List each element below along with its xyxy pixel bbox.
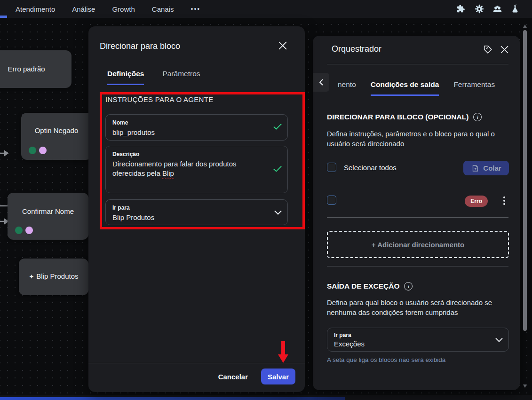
misspelled-word: Blip [162, 169, 174, 177]
field-value: Direcionamento para falar dos produtos o… [112, 159, 281, 178]
vertical-scrollbar[interactable] [523, 21, 527, 397]
excecao-ir-para-dropdown[interactable]: Ir para Exceções [327, 328, 509, 352]
block-ports [15, 227, 33, 234]
condition-row: Erro [327, 196, 509, 205]
select-all-row: Selecionar todos Colar [327, 163, 509, 172]
ir-para-dropdown[interactable]: Ir para Blip Produtos [105, 199, 288, 225]
excecao-note: A seta que liga os blocos não será exibi… [327, 356, 509, 363]
edge-arrow-optin [0, 149, 9, 157]
nav-item-growth[interactable]: Growth [112, 5, 135, 13]
descricao-field[interactable]: Descrição Direcionamento para falar dos … [105, 146, 288, 193]
nome-field[interactable]: Nome blip_produtos [105, 114, 288, 141]
panel-title: Orquestrador [332, 44, 381, 54]
modal-tabs: Definições Parâmetros [107, 70, 200, 85]
error-badge: Erro [465, 196, 488, 207]
field-label: Nome [112, 119, 281, 126]
app-window: Erro padrão Optin Negado Confirmar Nome … [0, 0, 532, 400]
excecao-section-description: Defina para qual bloco o usuário será di… [327, 298, 509, 317]
cancel-button[interactable]: Cancelar [218, 373, 248, 381]
chevron-down-icon [274, 208, 282, 217]
ai-sparkle-icon: ✦ [29, 273, 34, 280]
close-icon[interactable] [500, 46, 508, 54]
block-optin-negado[interactable]: Optin Negado [21, 113, 92, 160]
tab-definicoes[interactable]: Definições [107, 70, 144, 85]
paste-button[interactable]: Colar [463, 161, 509, 175]
tab-condicoes-de-saida[interactable]: Condições de saída [371, 80, 439, 96]
block-label: Confirmar Nome [8, 207, 88, 215]
nav-item-atendimento[interactable]: Atendimento [16, 5, 55, 13]
dropdown-label: Ir para [334, 332, 502, 338]
flask-icon[interactable] [510, 4, 520, 14]
instructions-heading: INSTRUÇÕES PARA O AGENTE [105, 95, 213, 103]
excecao-section-heading: SAÍDA DE EXCEÇÃO i [327, 282, 509, 290]
users-icon[interactable] [492, 4, 503, 14]
block-ports [29, 147, 47, 154]
block-label: Optin Negado [21, 126, 92, 134]
valid-check-icon [273, 123, 282, 132]
scrollbar-thumb[interactable] [523, 30, 527, 331]
tag-icon[interactable] [483, 44, 493, 55]
divider [327, 64, 508, 64]
field-label: Descrição [112, 151, 281, 157]
dropdown-value: Exceções [334, 340, 502, 348]
select-all-label: Selecionar todos [344, 164, 397, 172]
nav-icon-group [456, 0, 520, 18]
collapse-panel-button[interactable] [313, 73, 329, 92]
paste-icon [471, 164, 479, 173]
block-blip-produtos[interactable]: ✦Blip Produtos [19, 259, 88, 295]
port-purple-dot[interactable] [39, 147, 47, 154]
modal-title: Direcionar para bloco [100, 41, 180, 51]
port-green-dot[interactable] [15, 227, 23, 234]
field-value: Blip Produtos [112, 213, 281, 222]
divider [327, 266, 508, 267]
block-label: ✦Blip Produtos [19, 272, 88, 280]
port-purple-dot[interactable] [25, 227, 33, 234]
top-navigation: Atendimento Análise Growth Canais ••• [0, 0, 532, 18]
condition-checkbox[interactable] [327, 196, 336, 205]
chevron-down-icon [495, 336, 503, 344]
direcionar-section-description: Defina instruções, parâmetros e o bloco … [327, 129, 509, 149]
tab-ferramentas[interactable]: Ferramentas [453, 80, 495, 96]
orquestrador-panel: Orquestrador nento Condições de saída Fe… [313, 36, 520, 390]
divider [88, 363, 305, 363]
nav-item-analise[interactable]: Análise [72, 5, 95, 13]
modal-footer: Cancelar Salvar [218, 369, 295, 384]
nav-active-indicator [0, 16, 7, 18]
panel-header-icons [483, 44, 508, 55]
info-icon[interactable]: i [404, 282, 413, 290]
valid-check-icon [273, 165, 282, 174]
tab-truncated[interactable]: nento [338, 80, 356, 96]
close-icon[interactable] [278, 41, 287, 50]
panel-tabs: nento Condições de saída Ferramentas [338, 80, 495, 96]
block-confirmar-nome[interactable]: Confirmar Nome [8, 193, 88, 240]
block-label: Erro padrão [0, 65, 71, 73]
save-button[interactable]: Salvar [261, 369, 295, 384]
field-value: blip_produtos [112, 128, 281, 137]
direcionar-modal: Direcionar para bloco Definições Parâmet… [88, 26, 305, 392]
kebab-menu-icon[interactable] [503, 196, 505, 205]
nav-more-icon[interactable]: ••• [191, 5, 201, 13]
bottom-progress-bar [0, 397, 345, 400]
nav-item-canais[interactable]: Canais [152, 5, 174, 13]
select-all-checkbox[interactable] [327, 163, 336, 172]
add-direction-button[interactable]: + Adicionar direcionamento [327, 231, 509, 258]
scroll-down-arrow[interactable] [523, 384, 527, 388]
gear-icon[interactable] [474, 4, 484, 14]
puzzle-icon[interactable] [456, 4, 467, 14]
info-icon[interactable]: i [473, 113, 482, 121]
tab-parametros[interactable]: Parâmetros [162, 70, 200, 85]
port-green-dot[interactable] [29, 147, 36, 154]
scroll-up-arrow[interactable] [523, 24, 527, 28]
divider [327, 217, 508, 218]
field-label: Ir para [112, 204, 281, 211]
direcionar-section-heading: DIRECIONAR PARA BLOCO (OPCIONAL) i [327, 113, 509, 121]
block-erro-padrao[interactable]: Erro padrão [0, 50, 71, 88]
